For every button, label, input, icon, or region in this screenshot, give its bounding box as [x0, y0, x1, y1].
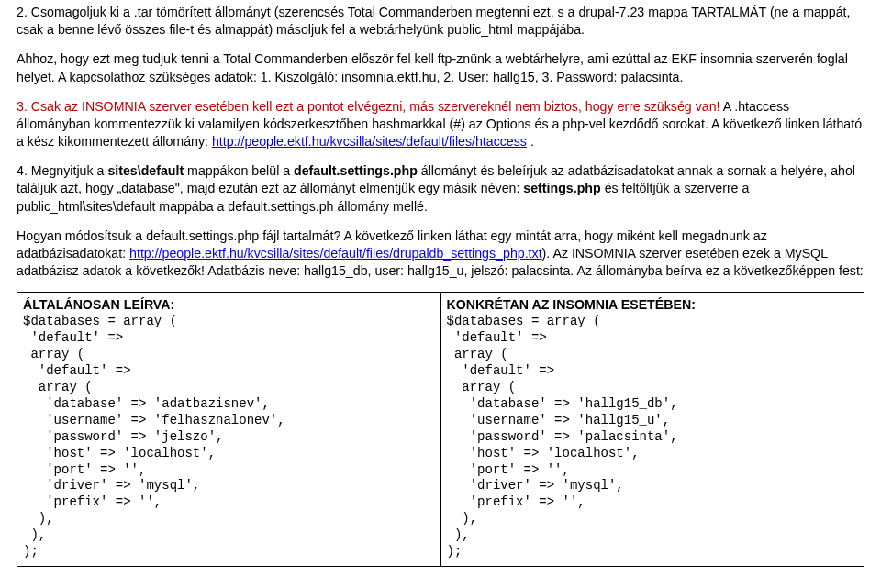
file-settings-php: settings.php — [523, 181, 600, 195]
text: mappákon belül a — [184, 163, 294, 178]
path-sites-default: sites\default — [107, 163, 184, 178]
text: . — [530, 134, 534, 149]
code-insomnia: $databases = array ( 'default' => array … — [447, 314, 859, 560]
text: Ahhoz, hogy ezt meg tudjuk tenni a Total… — [17, 51, 848, 83]
htaccess-link[interactable]: http://people.ektf.hu/kvcsilla/sites/def… — [212, 134, 527, 149]
col-head-generic: ÁLTALÁNOSAN LEÍRVA: — [23, 296, 435, 314]
code-comparison-table: ÁLTALÁNOSAN LEÍRVA: $databases = array (… — [17, 292, 864, 567]
col-head-insomnia: KONKRÉTAN AZ INSOMNIA ESETÉBEN: — [447, 296, 859, 314]
warning-text: 3. Csak az INSOMNIA szerver esetében kel… — [17, 99, 719, 114]
code-generic: $databases = array ( 'default' => array … — [23, 314, 435, 560]
code-col-insomnia: KONKRÉTAN AZ INSOMNIA ESETÉBEN: $databas… — [440, 293, 864, 567]
file-default-settings: default.settings.php — [294, 163, 418, 178]
drupaldb-settings-link[interactable]: http://people.ektf.hu/kvcsilla/sites/def… — [129, 246, 542, 261]
text: 4. Megnyitjuk a — [17, 163, 107, 178]
paragraph-ftp-info: Ahhoz, hogy ezt meg tudjuk tenni a Total… — [17, 50, 864, 85]
paragraph-step-3: 3. Csak az INSOMNIA szerver esetében kel… — [17, 98, 864, 151]
paragraph-howto-modify: Hogyan módosítsuk a default.settings.php… — [17, 227, 864, 281]
text: 2. Csomagoljuk ki a .tar tömörített állo… — [17, 5, 850, 37]
paragraph-step-2: 2. Csomagoljuk ki a .tar tömörített állo… — [17, 4, 864, 39]
code-col-generic: ÁLTALÁNOSAN LEÍRVA: $databases = array (… — [17, 293, 441, 567]
paragraph-step-4: 4. Megnyitjuk a sites\default mappákon b… — [17, 162, 864, 216]
